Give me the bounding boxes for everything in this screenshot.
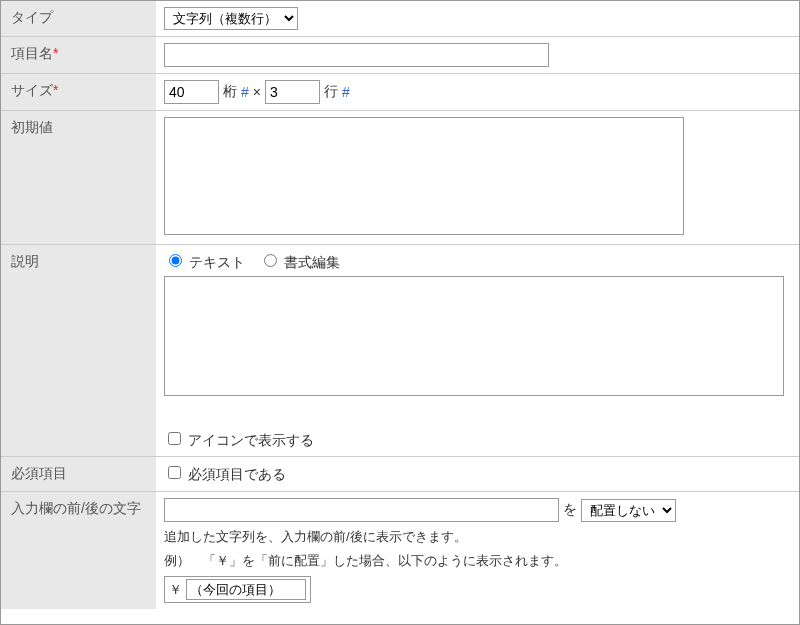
size-cols-field[interactable]: [164, 80, 219, 104]
label-desc: 説明: [1, 245, 156, 456]
hash-icon[interactable]: #: [342, 84, 350, 100]
hash-icon[interactable]: #: [241, 84, 249, 100]
label-initial: 初期値: [1, 111, 156, 244]
size-rows-label: 行: [324, 83, 338, 101]
type-select[interactable]: 文字列（複数行）: [164, 7, 298, 30]
size-rows-field[interactable]: [265, 80, 320, 104]
desc-radio-rich-label[interactable]: 書式編集: [259, 254, 340, 270]
surround-wo: を: [563, 501, 577, 519]
desc-radio-text[interactable]: [169, 254, 182, 267]
size-times: ×: [253, 84, 261, 100]
surround-example-box: ￥: [164, 576, 311, 603]
surround-text-field[interactable]: [164, 498, 559, 522]
surround-help1: 追加した文字列を、入力欄の前/後に表示できます。: [164, 528, 791, 546]
label-type: タイプ: [1, 1, 156, 36]
surround-help2: 例） 「￥」を「前に配置」した場合、以下のように表示されます。: [164, 552, 791, 570]
required-asterisk-icon: *: [53, 45, 58, 61]
desc-icon-checkbox[interactable]: [168, 432, 181, 445]
desc-icon-checkbox-label[interactable]: アイコンで表示する: [164, 432, 314, 448]
size-cols-label: 桁: [223, 83, 237, 101]
yen-icon: ￥: [169, 582, 182, 597]
name-field[interactable]: [164, 43, 549, 67]
required-checkbox[interactable]: [168, 466, 181, 479]
label-surround: 入力欄の前/後の文字: [1, 492, 156, 609]
desc-textarea[interactable]: [164, 276, 784, 396]
surround-demo-field: [186, 579, 306, 600]
desc-radio-text-label[interactable]: テキスト: [164, 254, 249, 270]
desc-radio-rich[interactable]: [264, 254, 277, 267]
label-size: サイズ*: [1, 74, 156, 110]
required-checkbox-label[interactable]: 必須項目である: [164, 466, 286, 482]
initial-value-textarea[interactable]: [164, 117, 684, 235]
required-asterisk-icon: *: [53, 82, 58, 98]
label-name: 項目名*: [1, 37, 156, 73]
surround-place-select[interactable]: 配置しない: [581, 499, 676, 522]
label-required: 必須項目: [1, 457, 156, 491]
